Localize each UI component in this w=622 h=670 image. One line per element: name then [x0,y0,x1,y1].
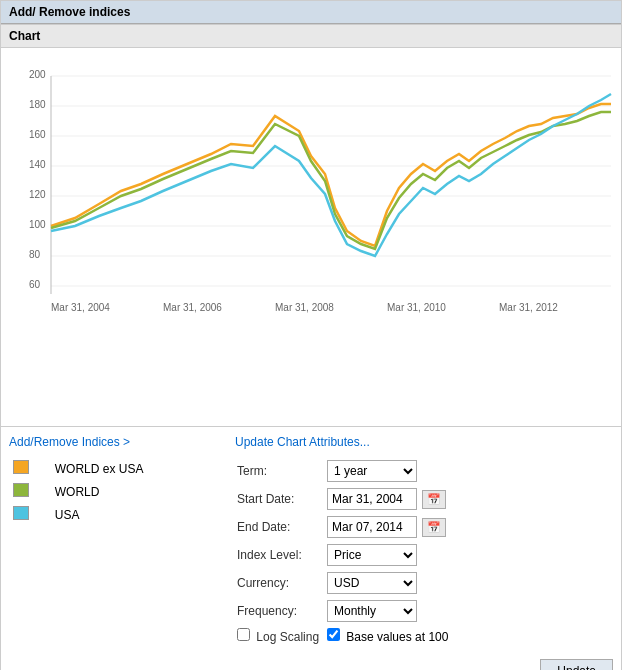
attr-control-base-values: Base values at 100 [325,625,613,647]
legend-color-world [13,483,29,497]
chart-svg: 200 180 160 140 120 100 80 60 [1,56,622,426]
chart-area: 200 180 160 140 120 100 80 60 [1,48,621,426]
index-level-select[interactable]: Price Net Gross [327,544,417,566]
panel-title: Add/ Remove indices [9,5,130,19]
y-label-200: 200 [29,69,46,80]
legend-row-world-ex-usa: WORLD ex USA [9,457,219,480]
attr-row-currency: Currency: USD EUR GBP JPY [235,569,613,597]
attr-label-log-scaling: Log Scaling [235,625,325,647]
attr-row-options: Log Scaling Base values at 100 [235,625,613,647]
update-button[interactable]: Update [540,659,613,670]
term-select[interactable]: 1 year 3 years 5 years 10 years Custom [327,460,417,482]
log-scaling-checkbox[interactable] [237,628,250,641]
attr-label-end-date: End Date: [235,513,325,541]
chart-title: Chart [9,29,40,43]
attr-row-index-level: Index Level: Price Net Gross [235,541,613,569]
attr-label-index-level: Index Level: [235,541,325,569]
attr-control-index-level[interactable]: Price Net Gross [325,541,613,569]
attributes-section: Update Chart Attributes... Term: 1 year … [219,435,613,670]
legend-label-world-ex-usa: WORLD ex USA [51,457,219,480]
legend-color-usa [13,506,29,520]
line-usa [51,94,611,256]
attr-label-frequency: Frequency: [235,597,325,625]
line-world [51,112,611,249]
chart-header: Chart [1,24,621,48]
legend-label-world: WORLD [51,480,219,503]
attr-control-end-date: 📅 [325,513,613,541]
currency-select[interactable]: USD EUR GBP JPY [327,572,417,594]
attr-label-start-date: Start Date: [235,485,325,513]
legend-section: Add/Remove Indices > WORLD ex USA WORLD [9,435,219,670]
end-date-input[interactable] [327,516,417,538]
y-label-180: 180 [29,99,46,110]
y-label-140: 140 [29,159,46,170]
attributes-table: Term: 1 year 3 years 5 years 10 years Cu… [235,457,613,647]
x-label-2010: Mar 31, 2010 [387,302,446,313]
legend-label-usa: USA [51,503,219,526]
line-world-ex-usa [51,104,611,246]
legend-row-world: WORLD [9,480,219,503]
y-label-160: 160 [29,129,46,140]
x-label-2008: Mar 31, 2008 [275,302,334,313]
y-label-120: 120 [29,189,46,200]
legend-color-world-ex-usa [13,460,29,474]
attr-control-term[interactable]: 1 year 3 years 5 years 10 years Custom [325,457,613,485]
panel-header: Add/ Remove indices [1,1,621,24]
start-date-input[interactable] [327,488,417,510]
x-label-2004: Mar 31, 2004 [51,302,110,313]
end-date-calendar-button[interactable]: 📅 [422,518,446,537]
attr-row-frequency: Frequency: Monthly Quarterly Annually [235,597,613,625]
base-values-label: Base values at 100 [346,630,448,644]
log-scaling-label: Log Scaling [256,630,319,644]
main-panel: Add/ Remove indices Chart 200 180 160 14… [0,0,622,670]
y-label-80: 80 [29,249,41,260]
frequency-select[interactable]: Monthly Quarterly Annually [327,600,417,622]
x-label-2012: Mar 31, 2012 [499,302,558,313]
attr-label-currency: Currency: [235,569,325,597]
x-label-2006: Mar 31, 2006 [163,302,222,313]
base-values-checkbox[interactable] [327,628,340,641]
bottom-section: Add/Remove Indices > WORLD ex USA WORLD [1,426,621,670]
add-remove-link[interactable]: Add/Remove Indices > [9,435,219,449]
attr-label-term: Term: [235,457,325,485]
y-label-60: 60 [29,279,41,290]
attr-control-frequency[interactable]: Monthly Quarterly Annually [325,597,613,625]
attr-control-currency[interactable]: USD EUR GBP JPY [325,569,613,597]
attr-control-start-date: 📅 [325,485,613,513]
y-label-100: 100 [29,219,46,230]
legend-table: WORLD ex USA WORLD USA [9,457,219,526]
update-chart-link[interactable]: Update Chart Attributes... [235,435,613,449]
attr-row-start-date: Start Date: 📅 [235,485,613,513]
legend-row-usa: USA [9,503,219,526]
start-date-calendar-button[interactable]: 📅 [422,490,446,509]
chart-section: Chart 200 180 160 140 120 100 80 60 [1,24,621,426]
attr-row-end-date: End Date: 📅 [235,513,613,541]
attr-row-term: Term: 1 year 3 years 5 years 10 years Cu… [235,457,613,485]
